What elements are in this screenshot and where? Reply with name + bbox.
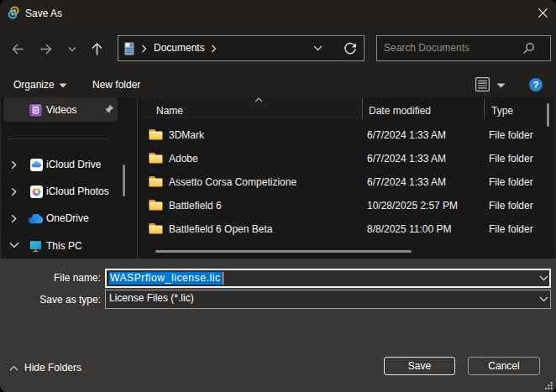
svg-text:?: ?	[533, 80, 539, 90]
